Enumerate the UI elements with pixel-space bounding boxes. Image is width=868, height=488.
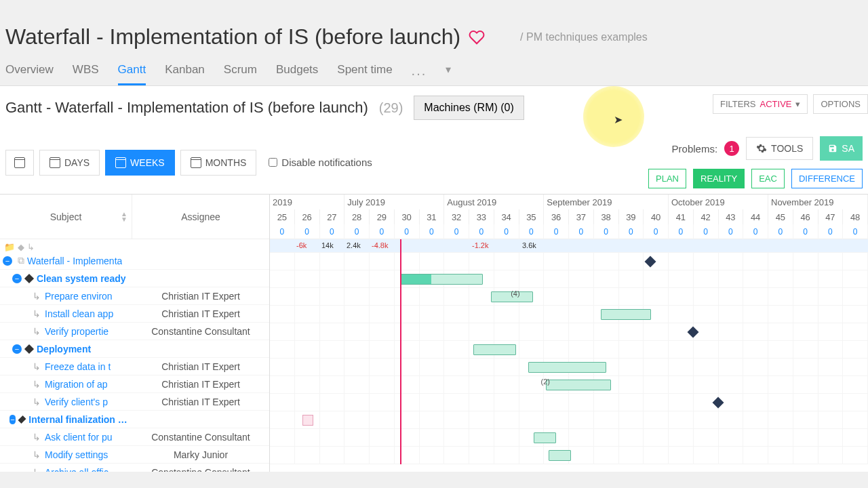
value-cell: 0 (344, 224, 370, 239)
group-row[interactable]: −Internal finalization of the project (0, 411, 269, 428)
machines-button[interactable]: Machines (RM) (0) (414, 96, 524, 120)
column-header-assignee[interactable]: Assignee (132, 195, 269, 239)
gantt-row (270, 411, 868, 429)
child-arrow-icon: ↳ (33, 291, 41, 302)
filters-label: FILTERS (720, 99, 756, 109)
mode-eac-button[interactable]: EAC (751, 169, 785, 188)
task-bar[interactable] (528, 362, 606, 373)
subject-link[interactable]: Deployment (37, 344, 91, 354)
child-arrow-icon[interactable]: ↳ (27, 242, 35, 252)
disable-notifications-toggle[interactable]: Disable notifications (269, 157, 372, 168)
value-cell: 0 (370, 224, 395, 239)
week-header: 38 (594, 209, 619, 224)
tab-kanban[interactable]: Kanban (165, 63, 205, 85)
collapse-icon[interactable]: − (3, 256, 12, 266)
root-row[interactable]: −⧉Waterfall - Implementa (0, 252, 269, 270)
mode-reality-button[interactable]: REALITY (693, 169, 745, 188)
favorite-heart-icon[interactable] (469, 29, 485, 45)
task-row[interactable]: ↳Ask client for puConstantine Consultant (0, 428, 269, 446)
task-row[interactable]: ↳Install clean appChristian IT Expert (0, 305, 269, 323)
sort-icon[interactable]: ▲▼ (121, 211, 127, 222)
task-row[interactable]: ↳Prepare environChristian IT Expert (0, 287, 269, 305)
milestone-marker[interactable] (645, 256, 656, 268)
gantt-row (270, 341, 868, 359)
tab-more[interactable]: ... (412, 63, 427, 85)
month-header: August 2019 (444, 195, 544, 209)
task-bar[interactable] (534, 432, 556, 443)
mode-plan-button[interactable]: PLAN (648, 169, 686, 188)
subject-link[interactable]: Migration of ap (45, 379, 108, 390)
week-header: 46 (793, 209, 818, 224)
delayed-task-marker[interactable] (302, 415, 313, 426)
problems-badge[interactable]: 1 (724, 141, 739, 156)
tab-wbs[interactable]: WBS (73, 63, 99, 85)
task-bar[interactable] (546, 380, 611, 390)
subject-link[interactable]: Ask client for pu (45, 432, 113, 443)
zoom-days-button[interactable]: DAYS (39, 150, 100, 176)
week-header: 26 (295, 209, 320, 224)
mode-difference-button[interactable]: DIFFERENCE (791, 169, 863, 188)
budget-value: 3.6k (522, 241, 536, 249)
subject-link[interactable]: Prepare environ (45, 291, 113, 302)
save-button[interactable]: SA (820, 136, 863, 161)
subject-link[interactable]: Verify client's p (45, 396, 108, 407)
save-icon (828, 144, 837, 153)
folder-icon[interactable]: 📁 (4, 242, 15, 252)
value-cell: 0 (469, 224, 494, 239)
subject-link[interactable]: Archive all offic (45, 467, 108, 472)
milestone-toggle-icon[interactable]: ◆ (18, 242, 24, 252)
assignee-cell: Constantine Consultant (132, 467, 269, 472)
collapse-icon[interactable]: − (12, 344, 22, 354)
column-header-subject[interactable]: Subject ▲▼ (0, 195, 132, 239)
tab-scrum[interactable]: Scrum (224, 63, 257, 85)
subject-link[interactable]: Freeze data in t (45, 361, 111, 372)
tools-button[interactable]: TOOLS (746, 137, 813, 160)
tab-budgets[interactable]: Budgets (276, 63, 318, 85)
subject-link[interactable]: Waterfall - Implementa (27, 256, 122, 266)
tab-spent-time[interactable]: Spent time (337, 63, 392, 85)
task-row[interactable]: ↳Freeze data in tChristian IT Expert (0, 358, 269, 375)
task-row[interactable]: ↳Modify settingsMarky Junior (0, 446, 269, 464)
budget-value: -4.8k (372, 241, 388, 249)
options-button[interactable]: OPTIONS (813, 94, 868, 114)
zoom-weeks-button[interactable]: WEEKS (105, 150, 175, 176)
group-row[interactable]: −Clean system ready (0, 270, 269, 287)
group-row[interactable]: −Deployment (0, 340, 269, 358)
subject-link[interactable]: Verify propertie (45, 326, 108, 337)
subject-link[interactable]: Clean system ready (37, 273, 126, 284)
filters-button[interactable]: FILTERS ACTIVE ▾ (713, 94, 808, 114)
task-row[interactable]: ↳Migration of apChristian IT Expert (0, 375, 269, 393)
subject-link[interactable]: Install clean app (45, 308, 113, 319)
milestone-marker[interactable] (712, 397, 724, 409)
week-header: 32 (444, 209, 469, 224)
collapse-icon[interactable]: − (12, 274, 22, 283)
breadcrumb[interactable]: / PM techniques examples (520, 31, 648, 43)
task-count-badge: (2) (541, 378, 550, 386)
gantt-subtitle: Gantt - Waterfall - Implementation of IS… (5, 99, 368, 117)
week-header: 37 (569, 209, 594, 224)
task-bar[interactable] (400, 274, 483, 285)
value-cell: 0 (793, 224, 818, 239)
gantt-row (270, 359, 868, 376)
child-arrow-icon: ↳ (33, 326, 41, 337)
disable-notifications-checkbox[interactable] (269, 158, 277, 167)
task-bar[interactable] (473, 344, 516, 355)
tab-gantt[interactable]: Gantt (118, 63, 146, 85)
task-row[interactable]: ↳Verify client's pChristian IT Expert (0, 393, 269, 411)
collapse-icon[interactable]: − (9, 415, 16, 424)
milestone-marker[interactable] (687, 327, 698, 338)
task-row[interactable]: ↳Archive all officConstantine Consultant (0, 464, 269, 472)
value-cell: 0 (295, 224, 320, 239)
value-cell: 0 (569, 224, 594, 239)
task-bar[interactable] (601, 309, 651, 320)
zoom-months-button[interactable]: MONTHS (180, 150, 257, 176)
tab-dropdown-icon[interactable]: ▾ (446, 63, 451, 85)
task-bar[interactable] (549, 450, 571, 461)
subject-link[interactable]: Modify settings (45, 449, 108, 460)
gear-icon (756, 143, 767, 154)
calendar-today-button[interactable] (5, 150, 34, 176)
task-row[interactable]: ↳Verify propertieConstantine Consultant (0, 323, 269, 340)
subject-link[interactable]: Internal finalization of the project (28, 414, 132, 425)
copy-icon[interactable]: ⧉ (18, 255, 24, 266)
tab-overview[interactable]: Overview (5, 63, 54, 85)
